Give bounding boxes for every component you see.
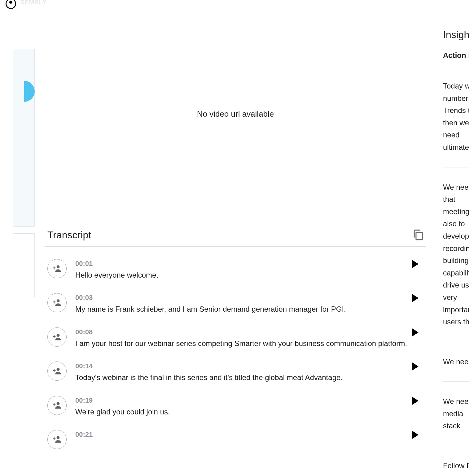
transcript-text: My name is Frank schieber, and I am Seni…: [75, 304, 423, 314]
transcript-title: Transcript: [47, 229, 91, 241]
svg-rect-9: [54, 335, 55, 338]
insights-title: Insights: [443, 29, 469, 41]
timestamp: 00:19: [75, 396, 423, 405]
svg-point-1: [57, 265, 60, 268]
svg-rect-6: [54, 301, 55, 304]
add-person-icon[interactable]: [47, 396, 67, 415]
svg-rect-0: [416, 232, 423, 240]
video-area: No video url available: [35, 14, 436, 214]
add-person-icon[interactable]: [47, 361, 67, 381]
transcript-row: 00:03 My name is Frank schieber, and I a…: [45, 293, 426, 314]
insight-item[interactable]: We need media stack: [443, 382, 469, 446]
logo-icon: [6, 0, 16, 9]
add-person-icon[interactable]: [47, 293, 67, 312]
left-card-bottom[interactable]: [13, 233, 35, 297]
svg-rect-12: [54, 369, 55, 372]
play-icon[interactable]: [412, 328, 419, 337]
insight-item[interactable]: Follow PGI: [443, 446, 469, 476]
top-bar: SEMBLY: [0, 0, 469, 14]
insight-text: Today we number of Trends that then we n…: [443, 80, 469, 154]
timestamp: 00:21: [75, 431, 423, 439]
transcript-header: Transcript: [45, 229, 426, 247]
insights-column: Insights Action Items Today we number of…: [436, 14, 469, 476]
transcript-text: Hello everyone welcome.: [75, 270, 423, 280]
svg-rect-15: [54, 403, 55, 406]
transcript-row: 00:01 Hello everyone welcome.: [45, 259, 426, 280]
add-person-icon[interactable]: [47, 327, 67, 347]
transcript-section: Transcript 00:01 Hello eve: [35, 214, 436, 476]
transcript-row: 00:21: [45, 430, 426, 449]
insight-item[interactable]: Today we number of Trends that then we n…: [443, 66, 469, 167]
svg-point-7: [57, 334, 60, 337]
timestamp: 00:14: [75, 362, 423, 370]
svg-point-10: [57, 368, 60, 371]
play-icon[interactable]: [412, 294, 419, 302]
insight-item[interactable]: We need: [443, 342, 469, 382]
transcript-text: We're glad you could join us.: [75, 407, 423, 417]
video-placeholder: No video url available: [197, 109, 274, 119]
transcript-row: 00:14 Today's webinar is the final in th…: [45, 361, 426, 383]
insight-text: Follow PGI: [443, 460, 469, 472]
insight-text: We need: [443, 356, 469, 368]
svg-point-16: [57, 436, 60, 439]
avatar-bubble: [14, 81, 35, 102]
transcript-row: 00:19 We're glad you could join us.: [45, 396, 426, 417]
action-items-heading: Action Items: [443, 51, 469, 66]
play-icon[interactable]: [412, 396, 419, 405]
svg-rect-18: [54, 437, 55, 440]
transcript-text: I am your host for our webinar series co…: [75, 339, 423, 348]
svg-rect-3: [54, 266, 55, 269]
insight-text: We need media stack: [443, 395, 469, 432]
play-icon[interactable]: [412, 362, 419, 371]
insight-item[interactable]: We need that meeting also to develop rec…: [443, 167, 469, 342]
transcript-text: Today's webinar is the final in this ser…: [75, 373, 423, 383]
product-name: SEMBLY: [20, 0, 47, 6]
timestamp: 00:01: [75, 260, 423, 268]
play-icon[interactable]: [412, 260, 419, 268]
main-column: No video url available Transcript: [35, 14, 436, 476]
svg-point-13: [57, 402, 60, 405]
add-person-icon[interactable]: [47, 259, 67, 278]
svg-point-4: [57, 300, 60, 303]
timestamp: 00:03: [75, 294, 423, 302]
play-icon[interactable]: [412, 431, 419, 439]
copy-icon[interactable]: [413, 229, 423, 241]
insight-text: We need that meeting also to develop rec…: [443, 181, 469, 328]
add-person-icon[interactable]: [47, 430, 67, 449]
timestamp: 00:08: [75, 328, 423, 336]
transcript-list: 00:01 Hello everyone welcome. 00:03 My n…: [45, 247, 426, 449]
left-sidebar: [0, 14, 35, 476]
transcript-row: 00:08 I am your host for our webinar ser…: [45, 327, 426, 348]
left-card-top[interactable]: [13, 49, 35, 227]
